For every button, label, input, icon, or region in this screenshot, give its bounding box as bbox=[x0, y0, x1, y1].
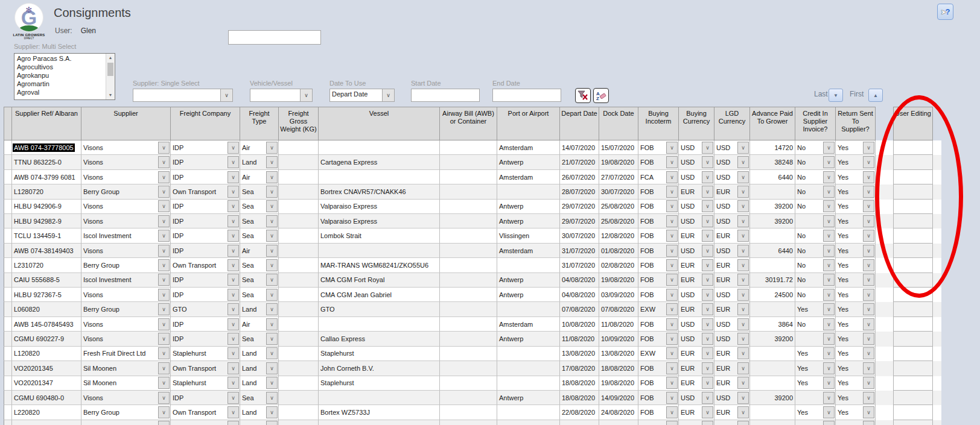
cell-lgd_currency[interactable]: ∨ bbox=[714, 420, 750, 425]
cell-ref[interactable]: L220820 bbox=[12, 405, 81, 420]
cell-gross_weight[interactable] bbox=[279, 140, 319, 155]
cell-vessel[interactable]: Callao Express bbox=[319, 332, 440, 346]
cell-awb[interactable] bbox=[440, 244, 497, 258]
cell-supplier[interactable]: Visons∨ bbox=[81, 317, 171, 332]
incoterm-dropdown-button[interactable]: ∨ bbox=[666, 406, 678, 418]
cell-credit[interactable]: No∨ bbox=[795, 317, 836, 332]
incoterm-dropdown-button[interactable]: ∨ bbox=[666, 362, 678, 374]
cell-buying_currency[interactable]: USD∨ bbox=[679, 155, 714, 169]
cell-credit[interactable]: No∨ bbox=[795, 200, 836, 214]
cell-awb[interactable] bbox=[440, 184, 497, 199]
cell-advance[interactable] bbox=[750, 405, 795, 420]
cell-advance[interactable]: 39200 bbox=[750, 332, 795, 346]
freight_company-dropdown-button[interactable]: ∨ bbox=[228, 406, 239, 418]
cell-return_sent[interactable]: ∨ bbox=[836, 420, 876, 425]
cell-dock_date[interactable] bbox=[599, 420, 638, 425]
cell-credit[interactable]: No∨ bbox=[795, 288, 836, 302]
cell-incoterm[interactable]: FOB∨ bbox=[638, 258, 679, 272]
cell-depart_date[interactable]: 28/07/2020 bbox=[560, 184, 599, 199]
cell-depart_date[interactable]: 29/07/2020 bbox=[560, 214, 599, 228]
listbox-item[interactable]: Agro Paracas S.A. bbox=[14, 54, 106, 63]
cell-vessel[interactable] bbox=[319, 317, 440, 332]
cell-user_editing[interactable] bbox=[893, 391, 933, 405]
incoterm-dropdown-button[interactable]: ∨ bbox=[666, 392, 678, 404]
cell-gross_weight[interactable] bbox=[279, 273, 319, 288]
cell-buying_currency[interactable]: USD∨ bbox=[679, 244, 714, 258]
cell-buying_currency[interactable]: EUR∨ bbox=[679, 347, 714, 361]
credit-dropdown-button[interactable]: ∨ bbox=[823, 274, 835, 286]
cell-supplier[interactable]: Visons∨ bbox=[81, 140, 171, 155]
lgd_currency-dropdown-button[interactable]: ∨ bbox=[737, 259, 749, 271]
cell-supplier[interactable]: Visons∨ bbox=[81, 288, 171, 302]
incoterm-dropdown-button[interactable]: ∨ bbox=[666, 171, 678, 183]
cell-incoterm[interactable]: FOB∨ bbox=[638, 200, 679, 214]
cell-depart_date[interactable]: 31/07/2020 bbox=[560, 258, 599, 272]
scroll-up-icon[interactable]: ▲ bbox=[106, 54, 115, 62]
cell-gross_weight[interactable] bbox=[279, 288, 319, 302]
clear-filter-button[interactable] bbox=[575, 88, 591, 103]
freight_company-dropdown-button[interactable]: ∨ bbox=[228, 245, 239, 257]
cell-gross_weight[interactable] bbox=[279, 244, 319, 258]
cell-lgd_currency[interactable]: EUR∨ bbox=[714, 405, 750, 420]
cell-awb[interactable] bbox=[440, 273, 497, 288]
freight_type-dropdown-button[interactable]: ∨ bbox=[266, 259, 278, 271]
cell-port[interactable] bbox=[497, 184, 560, 199]
freight_company-dropdown-button[interactable]: ∨ bbox=[228, 377, 239, 389]
cell-freight_company[interactable]: IDP∨ bbox=[171, 200, 240, 214]
cell-user_editing[interactable] bbox=[893, 140, 933, 155]
cell-lgd_currency[interactable]: USD∨ bbox=[714, 332, 750, 346]
buying_currency-dropdown-button[interactable]: ∨ bbox=[702, 186, 713, 198]
cell-port[interactable] bbox=[497, 376, 560, 391]
cell-depart_date[interactable]: 31/07/2020 bbox=[560, 244, 599, 258]
cell-depart_date[interactable]: 17/08/2020 bbox=[560, 361, 599, 376]
cell-freight_company[interactable]: GTO∨ bbox=[171, 302, 240, 316]
cell-vessel[interactable]: CMA CGM Fort Royal bbox=[319, 273, 440, 288]
last-record-button[interactable]: ▼ bbox=[829, 89, 843, 102]
cell-supplier[interactable]: Fresh Fruit Direct Ltd∨ bbox=[81, 347, 171, 361]
end-date-input[interactable] bbox=[492, 89, 561, 102]
cell-dock_date[interactable]: 30/07/2020 bbox=[599, 184, 638, 199]
cell-gross_weight[interactable] bbox=[279, 376, 319, 391]
cell-depart_date[interactable]: 18/08/2020 bbox=[560, 391, 599, 405]
lgd_currency-dropdown-button[interactable]: ∨ bbox=[737, 200, 749, 212]
cell-freight_type[interactable]: Sea∨ bbox=[240, 273, 279, 288]
cell-ref[interactable]: CAIU 555688-5 bbox=[12, 273, 81, 288]
cell-buying_currency[interactable]: USD∨ bbox=[679, 317, 714, 332]
cell-credit[interactable]: No∨ bbox=[795, 170, 836, 184]
cell-incoterm[interactable]: FOB∨ bbox=[638, 214, 679, 228]
cell-buying_currency[interactable]: USD∨ bbox=[679, 332, 714, 346]
cell-port[interactable]: Amsterdam bbox=[497, 317, 560, 332]
cell-lgd_currency[interactable]: EUR∨ bbox=[714, 347, 750, 361]
cell-incoterm[interactable]: ∨ bbox=[638, 420, 679, 425]
cell-vessel[interactable] bbox=[319, 140, 440, 155]
buying_currency-dropdown-button[interactable]: ∨ bbox=[702, 289, 713, 301]
record-selector[interactable] bbox=[4, 214, 12, 228]
cell-dock_date[interactable]: 01/08/2020 bbox=[599, 244, 638, 258]
cell-credit[interactable]: No∨ bbox=[795, 184, 836, 199]
freight_company-dropdown-button[interactable]: ∨ bbox=[228, 274, 239, 286]
cell-incoterm[interactable]: FOB∨ bbox=[638, 317, 679, 332]
cell-freight_company[interactable]: Own Transport∨ bbox=[171, 184, 240, 199]
return_sent-dropdown-button[interactable]: ∨ bbox=[863, 406, 874, 418]
cell-advance[interactable]: 14720 bbox=[750, 140, 795, 155]
lgd_currency-dropdown-button[interactable]: ∨ bbox=[737, 333, 749, 345]
lgd_currency-dropdown-button[interactable]: ∨ bbox=[737, 156, 749, 168]
record-selector[interactable] bbox=[4, 200, 12, 214]
cell-dock_date[interactable]: 24/08/2020 bbox=[599, 405, 638, 420]
cell-freight_type[interactable]: Sea∨ bbox=[240, 200, 279, 214]
cell-supplier[interactable]: ∨ bbox=[81, 420, 171, 425]
cell-return_sent[interactable]: Yes∨ bbox=[836, 273, 876, 288]
freight_company-dropdown-button[interactable]: ∨ bbox=[228, 303, 239, 315]
supplier-dropdown-button[interactable]: ∨ bbox=[158, 245, 170, 257]
cell-port[interactable]: Antwerp bbox=[497, 391, 560, 405]
cell-port[interactable]: Amsterdam bbox=[497, 140, 560, 155]
freight_type-dropdown-button[interactable]: ∨ bbox=[266, 392, 278, 404]
cell-dock_date[interactable]: 11/08/2020 bbox=[599, 317, 638, 332]
cell-awb[interactable] bbox=[440, 332, 497, 346]
lgd_currency-dropdown-button[interactable]: ∨ bbox=[737, 318, 749, 330]
cell-ref[interactable]: HLBU 942982-9 bbox=[12, 214, 81, 228]
freight_type-dropdown-button[interactable]: ∨ bbox=[266, 274, 278, 286]
cell-dock_date[interactable]: 13/08/2020 bbox=[599, 347, 638, 361]
incoterm-dropdown-button[interactable]: ∨ bbox=[666, 303, 678, 315]
freight_company-dropdown-button[interactable]: ∨ bbox=[228, 347, 239, 359]
